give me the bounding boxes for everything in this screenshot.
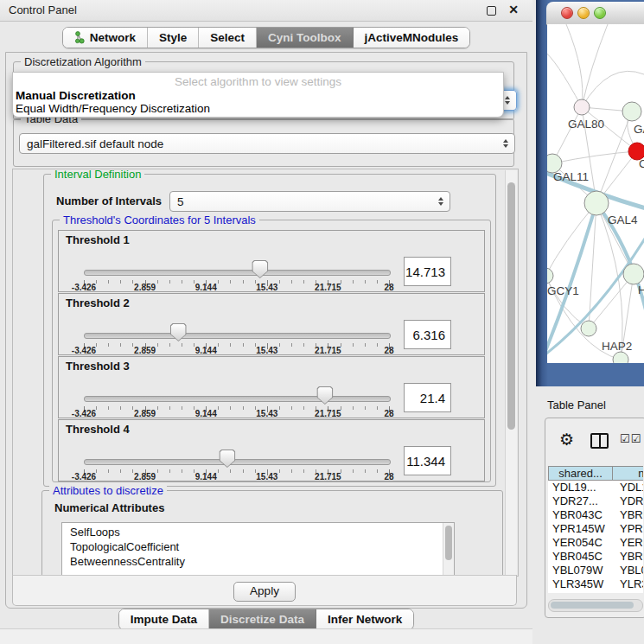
attribute-item[interactable]: TopologicalCoefficient <box>62 539 443 554</box>
tab-cyni-toolbox[interactable]: Cyni Toolbox <box>257 28 354 48</box>
slider-track[interactable] <box>84 270 391 276</box>
number-of-intervals-combobox[interactable]: 5 <box>169 191 450 212</box>
tab-impute-data[interactable]: Impute Data <box>119 609 209 629</box>
tab-discretize-data[interactable]: Discretize Data <box>209 609 316 629</box>
threshold-3-value-field[interactable]: 21.4 <box>404 383 451 412</box>
table-cell[interactable]: YIL052C <box>548 591 613 593</box>
table-cell[interactable]: YDL19... <box>548 481 613 494</box>
tab-network[interactable]: Network <box>63 28 148 48</box>
tab-jactivemnodules[interactable]: jActiveMNodules <box>354 28 470 48</box>
network-edge[interactable] <box>582 24 608 107</box>
table-cell[interactable]: YBR045C <box>548 550 613 564</box>
threshold-1-value-field[interactable]: 14.713 <box>404 257 451 286</box>
table-cell[interactable]: YBR0 <box>613 550 643 564</box>
network-edge[interactable] <box>582 71 644 107</box>
dropdown-option-equal-width[interactable]: Equal Width/Frequency Discretization <box>16 102 210 115</box>
table-cell[interactable]: YDR27... <box>548 494 613 508</box>
network-node-GAL80[interactable] <box>574 99 590 115</box>
attribute-item[interactable]: BetweennessCentrality <box>62 554 443 569</box>
network-graph[interactable]: GAL80GACGAL11GAL4GCY1HHAP2 <box>547 24 644 363</box>
table-cell[interactable]: YBR0 <box>613 508 643 522</box>
numerical-attributes-list[interactable]: SelfLoopsTopologicalCoefficientBetweenne… <box>61 522 455 577</box>
table-cell[interactable]: YER054C <box>548 536 613 550</box>
slider-track[interactable] <box>84 459 391 465</box>
network-edge[interactable] <box>547 50 582 107</box>
tick-label: 2.859 <box>134 346 156 355</box>
settings-scroll-viewport: Interval Definition Number of Intervals … <box>12 169 519 577</box>
network-node-top-right[interactable] <box>622 102 641 121</box>
table-row[interactable]: YPR145WYPR1 <box>548 522 643 536</box>
table-cell[interactable]: YDR2 <box>613 494 643 508</box>
table-cell[interactable]: YLR3 <box>613 577 643 591</box>
zoom-traffic-light-icon[interactable] <box>594 7 606 19</box>
tab-select[interactable]: Select <box>199 28 257 48</box>
table-row[interactable]: YBR045CYBR0 <box>548 550 643 564</box>
scrollbar-thumb[interactable] <box>507 182 515 430</box>
network-node-GAL4[interactable] <box>584 191 609 215</box>
threshold-2-slider[interactable]: -3.4262.8599.14415.4321.71528 <box>84 294 389 354</box>
table-data-combobox[interactable]: galFiltered.sif default node <box>19 133 515 154</box>
columns-icon[interactable] <box>590 433 609 449</box>
network-edge[interactable] <box>552 151 637 163</box>
table-row[interactable]: YBR043CYBR0 <box>548 508 643 522</box>
table-horizontal-scrollbar[interactable] <box>548 599 643 612</box>
network-node-HAP2[interactable] <box>581 321 596 336</box>
settings-vertical-scrollbar[interactable] <box>505 170 517 575</box>
table-cell[interactable]: YBL079W <box>548 564 613 577</box>
network-edge[interactable] <box>566 24 583 107</box>
column-header-name[interactable]: na <box>612 466 643 481</box>
threshold-4-slider[interactable]: -3.4262.8599.14415.4321.71528 <box>84 420 389 481</box>
tab-infer-network[interactable]: Infer Network <box>316 609 413 629</box>
network-node-bottom[interactable] <box>613 352 628 363</box>
checked-checkboxes-icon[interactable]: ☑☑ <box>620 432 641 445</box>
table-row[interactable]: YDL19...YDL1 <box>548 481 643 494</box>
tick-label: 28 <box>384 283 393 292</box>
table-panel: ⚙ ☑☑ shared... na YDL19...YDL1YDR27...YD… <box>545 418 644 618</box>
table-cell[interactable]: YLR345W <box>548 577 613 591</box>
threshold-4-value-field[interactable]: 11.344 <box>404 446 451 475</box>
network-window-titlebar[interactable] <box>546 2 644 25</box>
attributes-scrollbar[interactable] <box>443 523 454 577</box>
apply-button[interactable]: Apply <box>233 582 296 602</box>
slider-track[interactable] <box>84 333 391 339</box>
close-icon[interactable]: ✕ <box>508 3 519 16</box>
tick-label: 9.144 <box>195 346 217 355</box>
float-window-icon[interactable] <box>487 6 496 16</box>
table-cell[interactable]: YPR1 <box>613 522 643 536</box>
tab-label: Impute Data <box>131 609 197 629</box>
tick-label: 15.43 <box>256 283 277 292</box>
tab-style[interactable]: Style <box>148 28 199 48</box>
network-edge[interactable] <box>547 203 596 276</box>
table-cell[interactable]: YDL1 <box>613 481 643 494</box>
minimize-traffic-light-icon[interactable] <box>577 7 590 19</box>
tick-label: 28 <box>384 346 393 355</box>
table-cell[interactable]: YER0 <box>613 536 643 550</box>
table-panel-title: Table Panel <box>547 399 606 411</box>
network-edge[interactable] <box>596 203 622 360</box>
table-cell[interactable]: YPR145W <box>548 522 613 536</box>
table-cell[interactable]: YIL0 <box>613 591 643 593</box>
numerical-attributes-label: Numerical Attributes <box>54 501 164 514</box>
column-header-shared-name[interactable]: shared... <box>548 466 613 481</box>
scrollbar-thumb[interactable] <box>551 602 634 609</box>
close-traffic-light-icon[interactable] <box>561 7 573 19</box>
table-row[interactable]: YDR27...YDR2 <box>548 494 643 508</box>
attributes-group: Attributes to discretize Numerical Attri… <box>41 490 503 577</box>
table-row[interactable]: YBL079WYBL0 <box>548 564 643 577</box>
threshold-1-slider[interactable]: -3.4262.8599.14415.4321.71528 <box>84 231 389 291</box>
table-cell[interactable]: YBR043C <box>548 508 613 522</box>
dropdown-option-manual[interactable]: Manual Discretization <box>16 89 136 102</box>
network-canvas[interactable]: GAL80GACGAL11GAL4GCY1HHAP2 <box>547 24 644 363</box>
threshold-3-slider[interactable]: -3.4262.8599.14415.4321.71528 <box>84 357 389 418</box>
network-node-right-mid[interactable] <box>623 264 644 284</box>
slider-track[interactable] <box>84 396 391 402</box>
gear-icon[interactable]: ⚙ <box>559 430 574 450</box>
network-node-GCY1[interactable] <box>547 268 553 284</box>
threshold-2-value-field[interactable]: 6.316 <box>404 320 451 349</box>
tick-label: -3.426 <box>72 472 96 481</box>
attribute-item[interactable]: SelfLoops <box>62 525 443 539</box>
table-row[interactable]: YLR345WYLR3 <box>548 577 643 591</box>
table-row[interactable]: YER054CYER0 <box>548 536 643 550</box>
table-cell[interactable]: YBL0 <box>613 564 643 577</box>
table-row[interactable]: YIL052CYIL0 <box>548 591 643 593</box>
